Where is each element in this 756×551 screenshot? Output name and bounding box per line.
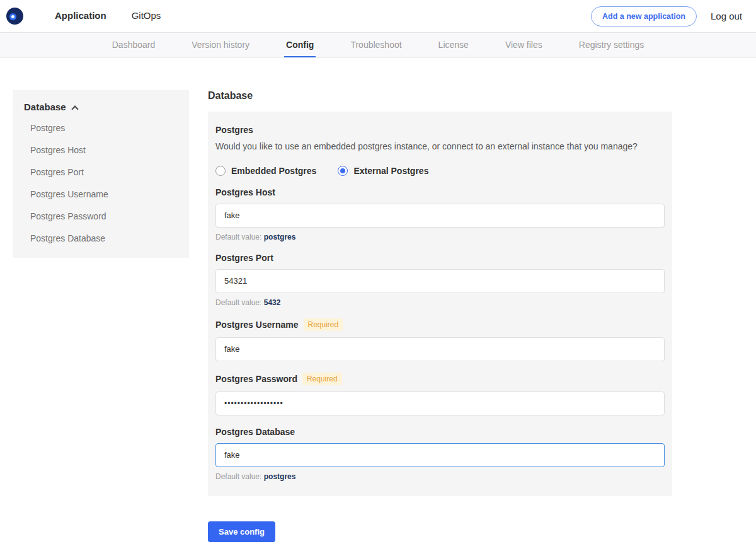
postgres-group-label: Postgres — [215, 125, 253, 135]
section-title: Database — [208, 90, 672, 102]
postgres-database-default-hint: Default value: postgres — [215, 472, 665, 481]
logout-link[interactable]: Log out — [711, 11, 742, 21]
sidebar-item-postgres-username[interactable]: Postgres Username — [24, 183, 178, 205]
tab-view-files[interactable]: View files — [503, 33, 544, 57]
sidebar-group-database-label: Database — [24, 102, 66, 112]
default-value: postgres — [264, 472, 296, 481]
app-logo-icon — [6, 8, 23, 25]
field-postgres-host: Postgres Host Default value: postgres — [215, 187, 665, 241]
tab-config[interactable]: Config — [284, 33, 316, 57]
radio-unselected-icon — [215, 166, 226, 176]
tab-version-history[interactable]: Version history — [190, 33, 251, 57]
required-badge: Required — [302, 373, 342, 385]
postgres-help-text: Would you like to use an embedded postgr… — [215, 141, 665, 153]
external-postgres-radio-label: External Postgres — [353, 166, 428, 176]
postgres-password-label: Postgres Password — [215, 374, 297, 384]
radio-selected-icon — [338, 166, 348, 176]
app-sub-nav: Dashboard Version history Config Trouble… — [0, 33, 756, 58]
config-main-area: Database Postgres Would you like to use … — [208, 90, 672, 551]
postgres-host-label: Postgres Host — [215, 187, 275, 197]
config-page-content: Database Postgres Postgres Host Postgres… — [0, 58, 756, 551]
tab-troubleshoot-label: Troubleshoot — [350, 40, 401, 50]
tab-dashboard-label: Dashboard — [112, 40, 156, 50]
tab-view-files-label: View files — [505, 40, 542, 50]
embedded-postgres-radio[interactable]: Embedded Postgres — [215, 166, 316, 176]
sidebar-item-postgres-password[interactable]: Postgres Password — [24, 205, 178, 227]
postgres-host-input[interactable] — [215, 204, 665, 228]
top-tab-gitops-label: GitOps — [132, 10, 161, 21]
field-postgres-password: Postgres Password Required — [215, 373, 665, 415]
postgres-database-input[interactable] — [215, 443, 665, 467]
postgres-username-input[interactable] — [215, 337, 665, 361]
default-prefix: Default value: — [215, 233, 261, 241]
postgres-port-input[interactable] — [215, 269, 665, 293]
sidebar-item-postgres[interactable]: Postgres — [24, 117, 178, 139]
postgres-mode-radio-group: Embedded Postgres External Postgres — [215, 166, 665, 176]
default-value: postgres — [264, 233, 296, 241]
postgres-port-default-hint: Default value: 5432 — [215, 298, 665, 307]
sidebar-item-postgres-port[interactable]: Postgres Port — [24, 161, 178, 183]
top-tab-application-label: Application — [55, 10, 106, 21]
tab-troubleshoot[interactable]: Troubleshoot — [348, 33, 403, 57]
tab-dashboard[interactable]: Dashboard — [110, 33, 158, 57]
tab-version-history-label: Version history — [192, 40, 249, 50]
top-bar-right: Add a new application Log out — [591, 6, 747, 26]
postgres-password-input[interactable] — [215, 392, 665, 415]
database-config-group: Postgres Would you like to use an embedd… — [208, 112, 672, 496]
default-value: 5432 — [264, 298, 281, 307]
save-config-button[interactable]: Save config — [208, 521, 275, 542]
top-nav-tabs: Application GitOps — [42, 0, 173, 33]
top-nav-bar: Application GitOps Add a new application… — [0, 0, 756, 33]
add-new-application-button[interactable]: Add a new application — [591, 6, 697, 26]
tab-license[interactable]: License — [437, 33, 471, 57]
sidebar-item-postgres-host[interactable]: Postgres Host — [24, 139, 178, 161]
tab-registry-settings[interactable]: Registry settings — [577, 33, 646, 57]
postgres-port-label: Postgres Port — [215, 253, 273, 263]
embedded-postgres-radio-label: Embedded Postgres — [231, 166, 316, 176]
chevron-up-icon — [71, 105, 78, 112]
required-badge: Required — [304, 318, 343, 331]
postgres-host-default-hint: Default value: postgres — [215, 233, 665, 241]
field-postgres-username: Postgres Username Required — [215, 318, 665, 361]
top-tab-gitops[interactable]: GitOps — [119, 0, 174, 33]
sidebar-item-postgres-database[interactable]: Postgres Database — [24, 227, 178, 249]
field-postgres-port: Postgres Port Default value: 5432 — [215, 253, 665, 307]
field-postgres-database: Postgres Database Default value: postgre… — [215, 427, 665, 481]
tab-license-label: License — [438, 40, 469, 50]
postgres-username-label: Postgres Username — [215, 320, 299, 330]
default-prefix: Default value: — [215, 298, 261, 307]
tab-config-label: Config — [286, 40, 314, 50]
config-sidebar: Database Postgres Postgres Host Postgres… — [13, 90, 189, 258]
app-logo-dot-icon — [11, 15, 14, 18]
tab-registry-settings-label: Registry settings — [579, 40, 644, 50]
default-prefix: Default value: — [215, 472, 261, 481]
external-postgres-radio[interactable]: External Postgres — [338, 166, 428, 176]
sidebar-group-database[interactable]: Database — [24, 102, 178, 112]
top-tab-application[interactable]: Application — [42, 0, 119, 33]
postgres-database-label: Postgres Database — [215, 427, 295, 437]
